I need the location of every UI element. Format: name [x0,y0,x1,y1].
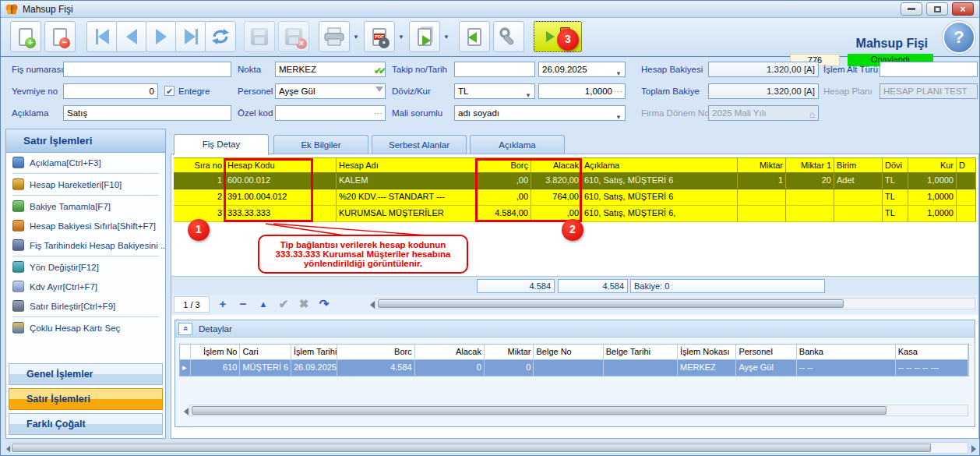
details-col-header[interactable]: Belge No [534,345,603,359]
tarih-select[interactable]: 26.09.2025▼ [538,62,626,77]
details-col-header[interactable]: Belge Tarihi [604,345,678,359]
print-dropdown[interactable]: ▼ [351,29,361,44]
details-col-header[interactable]: Personel [736,345,796,359]
mali-sorumlu-select[interactable]: adı soyadı▼ [454,105,626,121]
takip-no-input[interactable] [454,62,535,77]
farkli-cogalt-button[interactable]: Farklı Çoğalt [9,413,163,435]
last-record-icon [185,29,196,44]
sidebar-item-satir-birlestir[interactable]: Satır Birleştir[Ctrl+F9] [6,296,165,316]
save-button[interactable] [244,21,275,52]
sidebar-item-fis-tarihindeki-bakiye[interactable]: Fiş Tarihindeki Hesap Bakiyesini ... [6,235,165,255]
print-button[interactable] [319,21,350,52]
grid-scroll-left-arrow[interactable] [366,301,375,309]
details-row[interactable]: ▸610MÜŞTERİ 626.09.20254.58400MERKEZAyşe… [180,360,968,376]
tab-serbest-alanlar[interactable]: Serbest Alanlar [372,135,467,154]
tab-aciklama[interactable]: Açıklama [470,135,565,154]
details-col-header[interactable]: Kasa [896,345,968,359]
sidebar-item-bakiye-tamamla[interactable]: Bakiye Tamamla[F7] [6,196,165,216]
ozel-kod-input[interactable]: ··· [275,105,386,121]
copy-voucher-button[interactable] [409,21,440,52]
grid-hscroll-thumb[interactable] [378,299,844,308]
pdf-dropdown[interactable]: ▼ [397,29,406,44]
grid-col-header[interactable]: Kur [908,158,957,172]
grid-col-header[interactable]: Miktar 1 [786,158,834,172]
grid-cell [957,189,976,205]
entegre-checkbox[interactable]: ✔ [164,86,174,96]
grid-col-header[interactable]: Sıra no [174,158,225,172]
sidebar-item-kdv-ayir[interactable]: Kdv Ayır[Ctrl+F7] [6,277,165,296]
details-hscroll-thumb[interactable] [192,406,887,415]
grid-cell [786,206,834,221]
details-col-header[interactable]: Miktar [485,345,534,359]
doviz-select[interactable]: TL▼ [454,83,535,99]
details-scroll-left-arrow[interactable] [180,408,189,415]
next-record-button[interactable] [146,21,177,52]
collapse-button[interactable]: « [178,323,192,335]
toolbar: + − × ▼ PDF▪ ▼ ▼ Mahsup Fişi 776 Onay [1,18,979,57]
sidebar-item-bakiye-sifirla[interactable]: Hesap Bakiyesi Sıfırla[Shift+F7] [6,216,165,235]
delete-voucher-button[interactable]: − [44,21,76,52]
satir-islemleri-button[interactable]: Satır İşlemleri [9,388,163,410]
window-scroll-right-arrow[interactable] [971,445,980,453]
details-hscrollbar[interactable] [189,405,968,416]
cancel-button[interactable]: ✖ [294,295,313,313]
sidebar-item-hesap-hareketleri[interactable]: Hesap Hareketleri[F10] [6,175,165,194]
grid-col-header[interactable]: Açıklama [582,158,738,172]
details-col-header[interactable]: İşlem Tarihi [291,345,338,359]
accept-button[interactable]: ✔ [274,295,293,313]
sidebar-item-aciklama[interactable]: Açıklama[Ctrl+F3] [6,153,165,172]
window-hscrollbar[interactable] [10,442,968,454]
settings-button[interactable] [493,21,524,52]
maximize-button[interactable] [926,2,948,16]
yevmiye-no-input[interactable]: 0 [63,83,158,99]
islem-alt-turu-input[interactable] [880,62,978,77]
details-col-header[interactable]: Borc [337,345,414,359]
previous-record-button[interactable] [116,21,147,52]
grid-col-header[interactable]: Dövi [883,158,908,172]
copy-dropdown[interactable]: ▼ [442,29,451,44]
details-col-header[interactable]: Alacak [415,345,485,359]
new-voucher-button[interactable]: + [10,21,41,52]
kur-input[interactable]: 1,0000··· [538,83,626,99]
sidebar-item-coklu-hesap-karti[interactable]: Çoklu Hesap Kartı Seç [6,318,165,338]
sidebar-item-yon-degistir[interactable]: Yön Değiştir[F12] [6,257,165,277]
move-up-button[interactable]: ▲ [254,295,273,313]
personel-input[interactable]: Ayşe Gül [275,83,386,99]
close-button[interactable]: × [952,2,974,16]
totals-row: 4.584 4.584 Bakiye: 0 [171,276,978,295]
details-col-header[interactable]: Cari [240,345,291,359]
tab-fis-detay[interactable]: Fiş Detay [174,134,269,155]
aciklama-input[interactable]: Satış [63,105,231,121]
export-pdf-button[interactable]: PDF▪ [364,21,395,52]
import-voucher-button[interactable] [459,21,490,52]
nokta-input[interactable]: MERKEZ✔✔ [275,62,386,77]
last-record-button[interactable] [175,21,206,52]
details-col-header[interactable]: İşlem No [191,345,241,359]
grid-hscrollbar[interactable] [375,298,975,309]
details-cell: 610 [191,360,241,376]
document-type-title: Mahsup Fişi [856,37,928,51]
butterfly-logo-icon [5,4,18,15]
help-button[interactable]: ? [943,21,975,54]
window-hscroll-thumb[interactable] [12,444,931,452]
grid-col-header[interactable]: Birim [834,158,883,172]
minimize-button[interactable] [901,2,922,16]
first-record-button[interactable] [86,21,118,52]
add-row-button[interactable]: + [213,295,232,313]
grid-cell: 610, Satış, MÜŞTERİ 6 [582,189,738,205]
details-col-header[interactable]: Banka [797,345,896,359]
refresh-button[interactable] [205,21,236,52]
window-title: Mahsup Fişi [23,4,73,15]
tab-ek-bilgiler[interactable]: Ek Bilgiler [273,135,368,154]
redo-button[interactable]: ↷ [315,295,333,313]
remove-row-button[interactable]: − [234,295,252,313]
app-window: Mahsup Fişi × + − × ▼ PDF▪ ▼ ▼ [0,0,980,456]
details-col-header[interactable]: İşlem Nokası [678,345,736,359]
grid-col-header[interactable]: Hesap Adı [337,158,477,172]
save-cancel-button[interactable]: × [278,21,309,52]
grid-col-header[interactable]: D [957,158,976,172]
grid-col-header[interactable]: Miktar [738,158,786,172]
fis-numarasi-input[interactable] [63,62,231,77]
genel-islemler-button[interactable]: Genel İşlemler [9,363,163,385]
minimize-icon [908,8,915,10]
